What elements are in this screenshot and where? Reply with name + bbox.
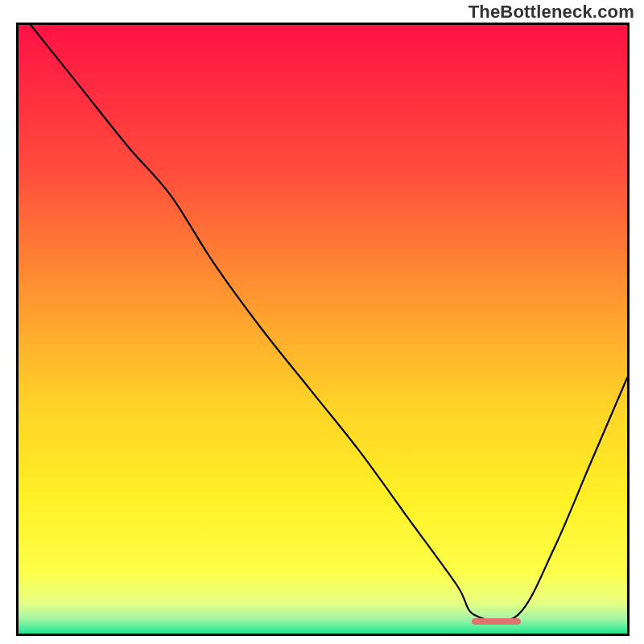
bottleneck-chart-page: TheBottleneck.com	[0, 0, 644, 644]
plot-area	[16, 23, 630, 636]
heat-background	[19, 25, 627, 634]
chart-svg	[19, 25, 627, 634]
watermark-text: TheBottleneck.com	[469, 2, 634, 23]
